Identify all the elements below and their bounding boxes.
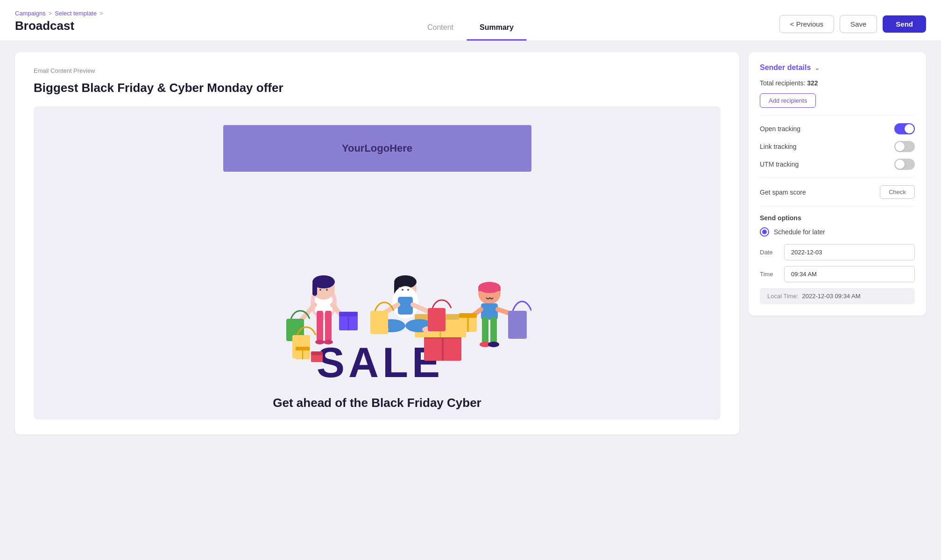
time-field-row: Time [760,266,915,282]
tab-content[interactable]: Content [414,18,467,41]
divider-2 [760,177,915,178]
schedule-radio-row[interactable]: Schedule for later [760,227,915,237]
open-tracking-toggle[interactable] [894,123,915,134]
svg-rect-54 [508,311,527,339]
sender-details-title: Sender details [760,63,811,72]
schedule-later-label: Schedule for later [774,228,825,236]
breadcrumb-campaigns[interactable]: Campaigns [15,10,46,17]
spam-score-row: Get spam score Check [760,185,915,199]
sidebar: Sender details ⌄ Total recipients: 322 A… [749,52,926,315]
date-label: Date [760,249,778,256]
recipients-count: 322 [807,79,818,87]
chevron-down-icon[interactable]: ⌄ [814,64,820,71]
logo-normal: YourLogo [342,142,389,154]
header-tabs: Content Summary [414,18,527,41]
send-button[interactable]: Send [883,15,926,33]
divider-1 [760,115,915,116]
svg-point-12 [315,340,325,344]
schedule-radio[interactable] [760,227,769,237]
svg-rect-46 [490,317,497,343]
local-time-label: Local Time: [767,293,798,300]
toggle-knob-3 [895,160,905,169]
svg-rect-30 [398,297,413,315]
svg-point-35 [402,289,403,291]
time-label: Time [760,271,778,278]
preview-label: Email Content Preview [34,67,721,74]
svg-point-18 [326,289,328,291]
sale-illustration: SALE [223,181,531,386]
svg-point-48 [488,342,499,347]
time-input[interactable] [784,266,915,282]
sender-header: Sender details ⌄ [760,63,915,72]
toggle-knob [905,124,914,133]
utm-tracking-label: UTM tracking [760,161,799,168]
page-title: Broadcast [15,19,103,41]
local-time-row: Local Time: 2022-12-03 09:34 AM [760,288,915,304]
divider-3 [760,206,915,207]
breadcrumb-sep1: > [49,10,52,17]
check-button[interactable]: Check [880,185,915,199]
date-input[interactable] [784,244,915,260]
email-preview-container: YourLogoHere SALE [34,106,721,420]
sale-preview-text: Get ahead of the Black Friday Cyber [34,386,721,420]
breadcrumb: Campaigns > Select template > [15,10,103,17]
email-preview-panel: Email Content Preview Biggest Black Frid… [15,52,739,434]
send-options-title: Send options [760,214,915,222]
svg-point-36 [407,289,409,291]
header-actions: < Previous Save Send [779,15,926,41]
logo-bold: Here [389,142,412,154]
spam-score-label: Get spam score [760,189,806,196]
breadcrumb-select-template[interactable]: Select template [55,10,97,17]
link-tracking-row: Link tracking [760,141,915,152]
total-recipients-label: Total recipients: 322 [760,79,818,87]
toggle-knob-2 [895,142,905,151]
logo-text: YourLogoHere [342,142,412,154]
main-content: Email Content Preview Biggest Black Frid… [0,41,941,446]
previous-button[interactable]: < Previous [779,15,834,33]
utm-tracking-row: UTM tracking [760,159,915,170]
email-logo-banner: YourLogoHere [223,125,531,172]
svg-rect-16 [312,282,317,296]
recipients-row: Total recipients: 322 [760,79,915,87]
open-tracking-label: Open tracking [760,125,800,133]
sender-details-card: Sender details ⌄ Total recipients: 322 A… [749,52,926,315]
email-subject: Biggest Black Friday & Cyber Monday offe… [34,81,721,95]
date-field-row: Date [760,244,915,260]
link-tracking-label: Link tracking [760,143,797,150]
save-button[interactable]: Save [840,15,877,33]
svg-point-17 [319,289,321,291]
svg-rect-11 [325,311,332,341]
header-left: Campaigns > Select template > Broadcast [15,10,103,41]
local-time-value: 2022-12-03 09:34 AM [802,293,860,300]
svg-rect-59 [311,351,323,355]
link-tracking-toggle[interactable] [894,141,915,152]
add-recipients-button[interactable]: Add recipients [760,93,816,108]
breadcrumb-sep2: > [99,10,103,17]
page-header: Campaigns > Select template > Broadcast … [0,0,941,41]
svg-rect-43 [478,287,501,291]
tab-summary[interactable]: Summary [467,18,527,41]
svg-rect-10 [317,311,323,341]
radio-inner [762,230,767,234]
svg-rect-38 [370,311,388,334]
svg-point-13 [324,340,333,344]
svg-rect-40 [428,308,446,331]
svg-rect-44 [481,303,498,320]
utm-tracking-toggle[interactable] [894,159,915,170]
open-tracking-row: Open tracking [760,123,915,134]
svg-rect-45 [482,317,488,343]
